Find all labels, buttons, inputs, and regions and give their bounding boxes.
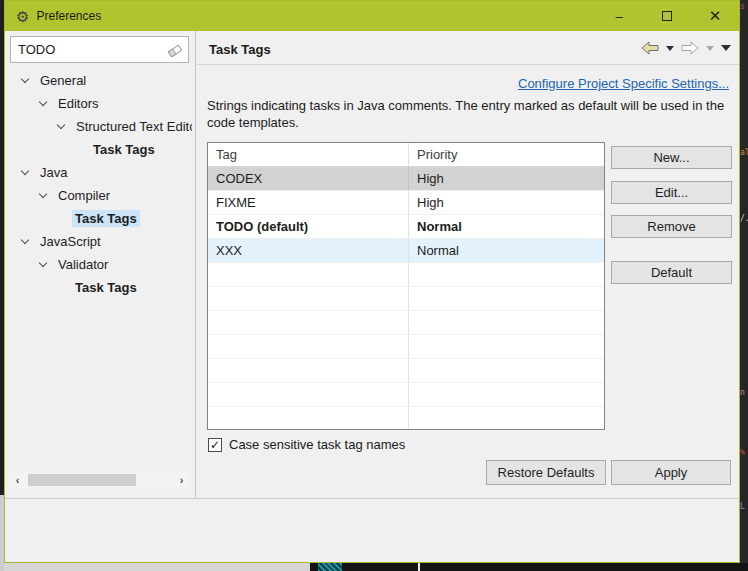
table-empty-row[interactable] — [208, 263, 604, 287]
table-empty-row[interactable] — [208, 407, 604, 430]
case-sensitive-checkbox[interactable]: ✓ Case sensitive task tag names — [208, 437, 405, 452]
sidebar-item-java[interactable]: Java — [6, 161, 192, 184]
task-tags-table[interactable]: Tag Priority CODEX High FIXME High TODO … — [207, 142, 605, 430]
table-empty-row[interactable] — [208, 311, 604, 335]
nav-back-icon[interactable] — [641, 41, 659, 55]
forward-history-dropdown-icon[interactable] — [706, 46, 714, 51]
chevron-down-icon[interactable] — [21, 74, 29, 82]
new-button[interactable]: New... — [611, 146, 732, 169]
background-bottom-strip — [0, 563, 748, 571]
minimize-icon[interactable]: – — [595, 1, 643, 31]
scroll-left-icon[interactable]: ‹ — [9, 474, 26, 486]
description-text: Strings indicating tasks in Java comment… — [207, 97, 739, 131]
table-row[interactable]: TODO (default) Normal — [208, 215, 604, 239]
view-menu-icon[interactable] — [721, 45, 731, 51]
table-empty-row[interactable] — [208, 359, 604, 383]
sidebar-item-editors[interactable]: Editors — [6, 92, 192, 115]
sidebar-item-task-tags-js[interactable]: Task Tags — [6, 276, 192, 299]
chevron-down-icon[interactable] — [21, 235, 29, 243]
checkbox-label: Case sensitive task tag names — [229, 437, 405, 452]
sidebar-item-compiler[interactable]: Compiler — [6, 184, 192, 207]
window-controls: – ✕ — [595, 1, 739, 31]
scrollbar-thumb[interactable] — [28, 474, 136, 486]
chevron-down-icon[interactable] — [39, 97, 47, 105]
sidebar-item-structured-text-editors[interactable]: Structured Text Editors — [6, 115, 192, 138]
maximize-icon[interactable] — [643, 1, 691, 31]
panel-divider — [195, 31, 196, 498]
chevron-down-icon[interactable] — [39, 258, 47, 266]
preferences-tree: General Editors Structured Text Editors … — [6, 69, 192, 299]
sidebar-item-task-tags-java[interactable]: Task Tags — [6, 207, 192, 230]
close-icon[interactable]: ✕ — [691, 1, 739, 31]
tree-horizontal-scrollbar[interactable]: ‹ › — [9, 471, 190, 489]
scroll-right-icon[interactable]: › — [173, 474, 190, 486]
table-empty-row[interactable] — [208, 383, 604, 407]
background-editor-strip: s al /. n % L — [740, 0, 748, 571]
column-header-tag[interactable]: Tag — [208, 147, 408, 162]
window-title: Preferences — [36, 9, 101, 23]
header-separator — [197, 64, 739, 65]
chevron-down-icon[interactable] — [39, 189, 47, 197]
task-tags-panel: Task Tags Configure Project Specific Set… — [197, 31, 739, 498]
sidebar-item-task-tags-editors[interactable]: Task Tags — [6, 138, 192, 161]
apply-button[interactable]: Apply — [611, 460, 731, 485]
sidebar-item-javascript[interactable]: JavaScript — [6, 230, 192, 253]
nav-forward-icon[interactable] — [681, 41, 699, 55]
configure-project-settings-link[interactable]: Configure Project Specific Settings... — [518, 76, 729, 91]
dialog-footer: ? Apply and Close Cancel — [5, 499, 739, 563]
app-gear-icon: ⚙ — [16, 9, 29, 24]
restore-defaults-button[interactable]: Restore Defaults — [486, 460, 606, 485]
checkbox-check-icon[interactable]: ✓ — [208, 438, 222, 452]
table-empty-row[interactable] — [208, 287, 604, 311]
table-empty-row[interactable] — [208, 335, 604, 359]
chevron-down-icon[interactable] — [21, 166, 29, 174]
chevron-down-icon[interactable] — [57, 120, 65, 128]
preferences-dialog: ⚙ Preferences – ✕ TODO General — [4, 0, 740, 563]
clear-filter-icon[interactable] — [167, 43, 183, 57]
page-title: Task Tags — [209, 42, 271, 57]
history-navigation — [641, 41, 731, 55]
back-history-dropdown-icon[interactable] — [666, 46, 674, 51]
filter-value: TODO — [18, 42, 167, 57]
table-row[interactable]: FIXME High — [208, 191, 604, 215]
table-header-row[interactable]: Tag Priority — [208, 143, 604, 167]
table-row[interactable]: XXX Normal — [208, 239, 604, 263]
default-button[interactable]: Default — [611, 261, 732, 284]
sidebar-item-general[interactable]: General — [6, 69, 192, 92]
sidebar-item-validator[interactable]: Validator — [6, 253, 192, 276]
remove-button[interactable]: Remove — [611, 215, 732, 238]
edit-button[interactable]: Edit... — [611, 181, 732, 204]
table-row[interactable]: CODEX High — [208, 167, 604, 191]
column-header-priority[interactable]: Priority — [408, 143, 604, 166]
desktop-screen: s al /. n % L ⚙ Preferences – ✕ TODO — [0, 0, 748, 571]
titlebar[interactable]: ⚙ Preferences – ✕ — [5, 1, 739, 31]
filter-input[interactable]: TODO — [10, 36, 189, 63]
